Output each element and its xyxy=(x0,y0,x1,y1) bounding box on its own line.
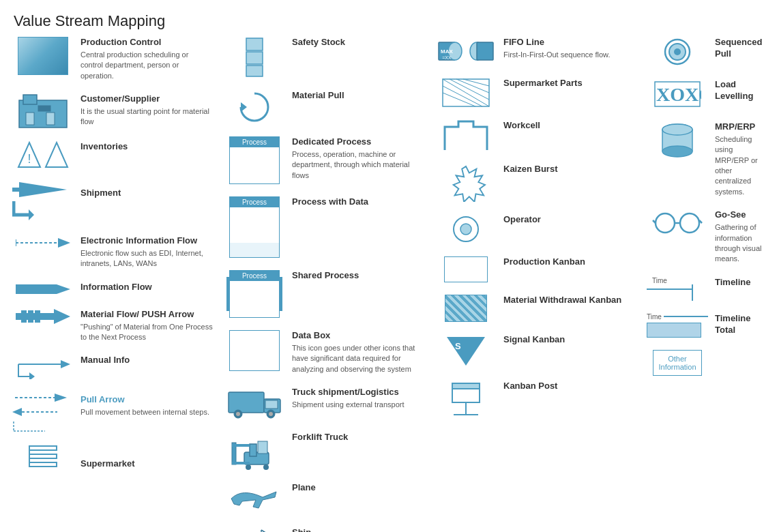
item-inventories: ! Inventories xyxy=(12,141,213,170)
svg-rect-17 xyxy=(28,310,33,323)
production-control-label: Production Control xyxy=(80,37,213,48)
item-forklift: Forklift Truck xyxy=(224,432,424,470)
svg-text:!: ! xyxy=(27,152,31,166)
svg-marker-14 xyxy=(16,284,70,294)
material-flow-push-icon xyxy=(12,309,74,324)
timeline-icon: Time xyxy=(647,277,708,301)
svg-marker-19 xyxy=(54,309,70,324)
item-material-withdrawal: Material Withdrawal Kanban xyxy=(435,295,636,322)
plane-label: Plane xyxy=(292,482,424,494)
svg-marker-10 xyxy=(29,209,34,220)
svg-line-66 xyxy=(443,86,482,106)
svg-rect-47 xyxy=(232,444,250,447)
item-workcell: Workcell xyxy=(435,120,636,151)
pull-arrow-desc: Pull movement between internal steps. xyxy=(80,407,213,417)
other-info-box: Other Information xyxy=(653,350,702,376)
item-shipment: Shipment xyxy=(12,182,213,223)
dedicated-process-desc: Process, operation, machine or departmen… xyxy=(292,149,424,181)
forklift-icon xyxy=(224,432,285,470)
truck-icon xyxy=(224,387,285,419)
item-customer-supplier: Customer/Supplier It is the usual starti… xyxy=(12,93,213,129)
manual-info-label: Manual Info xyxy=(80,355,213,366)
svg-rect-61 xyxy=(477,42,493,60)
svg-rect-48 xyxy=(232,462,250,464)
item-pull-arrow: Pull Arrow Pull movement between interna… xyxy=(12,391,213,432)
item-timeline-total: Time Timeline Total xyxy=(647,313,764,338)
svg-marker-22 xyxy=(29,372,35,379)
go-see-label: Go-See xyxy=(715,209,764,221)
fifo-label: FIFO Line xyxy=(503,37,636,48)
signal-kanban-icon: S xyxy=(435,334,497,368)
item-production-control: Production Control Central production sc… xyxy=(12,37,213,81)
other-info-icon: Other Information xyxy=(647,350,708,376)
svg-point-87 xyxy=(662,124,692,135)
kanban-post-label: Kanban Post xyxy=(503,381,636,392)
fifo-icon: MAX =XX xyxy=(435,37,497,65)
item-kanban-post: Kanban Post xyxy=(435,381,636,416)
item-dedicated-process: Process Dedicated Process Process, opera… xyxy=(224,136,424,184)
data-box-icon xyxy=(224,330,285,371)
svg-rect-39 xyxy=(265,400,278,409)
item-plane: Plane xyxy=(224,482,424,515)
svg-rect-31 xyxy=(29,462,57,467)
item-information-flow: Information Flow xyxy=(12,282,213,297)
svg-rect-2 xyxy=(26,113,34,125)
mrp-erp-label: MRP/ERP xyxy=(715,121,764,133)
svg-point-88 xyxy=(656,213,675,233)
production-control-desc: Central production scheduling or control… xyxy=(80,50,213,81)
operator-label: Operator xyxy=(503,214,636,226)
svg-line-68 xyxy=(443,93,475,106)
svg-rect-4 xyxy=(38,106,50,111)
manual-info-icon xyxy=(12,355,74,379)
item-signal-kanban: S Signal Kanban xyxy=(435,334,636,368)
svg-rect-74 xyxy=(452,383,480,389)
mrp-erp-desc: Scheduling using MRP/ERP or other centra… xyxy=(715,134,764,197)
material-pull-label: Material Pull xyxy=(292,90,424,102)
production-kanban-icon xyxy=(435,256,497,282)
pull-arrow-icon xyxy=(12,391,74,432)
column-4: Sequenced Pull XOXO Load Levelling xyxy=(641,37,764,532)
svg-rect-16 xyxy=(21,310,27,323)
svg-line-69 xyxy=(456,79,489,93)
svg-rect-9 xyxy=(12,188,19,192)
information-flow-label: Information Flow xyxy=(80,282,213,293)
column-2: Safety Stock Material Pull Process Ded xyxy=(218,37,430,532)
process-data-label: Process with Data xyxy=(292,196,424,208)
svg-rect-35 xyxy=(246,65,263,76)
supermarket-parts-icon xyxy=(435,78,497,108)
svg-rect-18 xyxy=(35,310,40,323)
electronic-info-label: Electronic Information Flow xyxy=(80,235,213,247)
svg-rect-51 xyxy=(258,441,267,454)
ship-icon xyxy=(224,527,285,532)
electronic-info-desc: Electronic flow such as EDI, Internet, i… xyxy=(80,248,213,269)
item-supermarket: Supermarket xyxy=(12,445,213,487)
item-sequenced-pull: Sequenced Pull xyxy=(647,37,764,67)
timeline-label: Timeline xyxy=(715,277,764,289)
svg-rect-33 xyxy=(246,38,263,50)
truck-label: Truck shipment/Logistics xyxy=(292,387,424,398)
supermarket-parts-label: Supermarket Parts xyxy=(503,78,636,89)
svg-point-79 xyxy=(674,48,681,55)
item-material-pull: Material Pull xyxy=(224,90,424,124)
material-pull-icon xyxy=(224,90,285,124)
item-fifo-line: MAX =XX FIFO Line First-In-First-Out seq… xyxy=(435,37,636,65)
inventories-label: Inventories xyxy=(80,141,213,153)
shared-process-icon: Process xyxy=(224,270,285,318)
workcell-label: Workcell xyxy=(503,120,636,132)
timeline-total-icon: Time xyxy=(647,313,708,338)
safety-stock-icon xyxy=(224,37,285,78)
svg-marker-8 xyxy=(19,182,67,197)
kaizen-burst-icon xyxy=(435,164,497,202)
data-box-label: Data Box xyxy=(292,330,424,342)
fifo-desc: First-In-First-Out sequence flow. xyxy=(503,50,636,60)
item-safety-stock: Safety Stock xyxy=(224,37,424,78)
svg-rect-45 xyxy=(250,444,256,456)
dedicated-process-label: Dedicated Process xyxy=(292,136,424,148)
ship-label: Ship xyxy=(292,527,424,532)
truck-desc: Shipment using external transport xyxy=(292,400,424,410)
page-title: Value Stream Mapping xyxy=(0,0,764,37)
kaizen-burst-label: Kaizen Burst xyxy=(503,164,636,175)
item-process-with-data: Process Process with Data xyxy=(224,196,424,258)
load-levelling-label: Load Levelling xyxy=(715,79,764,102)
material-flow-push-label: Material Flow/ PUSH Arrow xyxy=(80,309,213,321)
